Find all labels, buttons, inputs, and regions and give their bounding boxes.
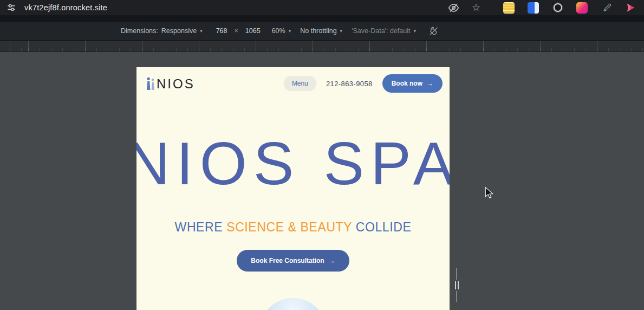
throttling-value: No throttling bbox=[300, 27, 336, 35]
chevron-down-icon: ▾ bbox=[200, 28, 203, 34]
viewport-height-input[interactable]: 1065 bbox=[243, 26, 263, 36]
visibility-off-icon[interactable] bbox=[447, 1, 460, 14]
extensions-area bbox=[503, 2, 636, 14]
tune-icon[interactable] bbox=[5, 2, 17, 14]
device-canvas: NIOS Menu 212-863-9058 Book now → NIOS S… bbox=[0, 52, 644, 310]
dimensions-value: Responsive bbox=[161, 27, 197, 35]
tagline-part-2: SCIENCE & BEAUTY bbox=[226, 220, 352, 234]
mouse-cursor bbox=[484, 187, 495, 199]
logo-figures-icon bbox=[145, 77, 156, 91]
logo-text: NIOS bbox=[157, 78, 195, 91]
device-toolbar: Dimensions: Responsive ▾ 768 × 1065 60% … bbox=[0, 22, 644, 41]
bookmark-star-icon[interactable]: ☆ bbox=[470, 1, 483, 14]
viewport-size-group: 768 × 1065 bbox=[214, 26, 263, 36]
zoom-value: 60% bbox=[272, 27, 285, 35]
header-actions: Menu 212-863-9058 Book now → bbox=[284, 74, 443, 93]
video-extension-icon[interactable] bbox=[625, 2, 636, 14]
chevron-down-icon: ▾ bbox=[340, 28, 343, 34]
sticky-note-extension-icon[interactable] bbox=[503, 2, 515, 14]
hero-title: NIOS SPA bbox=[136, 133, 450, 194]
site-header: NIOS Menu 212-863-9058 Book now → bbox=[136, 67, 450, 93]
zoom-dropdown[interactable]: 60% ▾ bbox=[272, 27, 291, 35]
cta-row: Book Free Consultation → bbox=[136, 250, 450, 272]
device-toolbar-controls: Dimensions: Responsive ▾ 768 × 1065 60% … bbox=[121, 26, 439, 36]
page-viewport: NIOS Menu 212-863-9058 Book now → NIOS S… bbox=[136, 67, 450, 310]
camera-lens-extension-icon[interactable] bbox=[552, 2, 563, 14]
save-data-dropdown[interactable]: 'Save-Data': default ▾ bbox=[352, 27, 416, 35]
menu-button[interactable]: Menu bbox=[284, 76, 316, 91]
viewport-resize-handle[interactable] bbox=[453, 268, 460, 302]
ruler bbox=[0, 41, 644, 52]
drag-grip-icon bbox=[454, 280, 459, 291]
spa-product-image bbox=[260, 298, 326, 310]
phone-link[interactable]: 212-863-9058 bbox=[326, 80, 373, 88]
book-now-button[interactable]: Book now → bbox=[382, 74, 443, 93]
cta-label: Book Free Consultation bbox=[251, 257, 324, 264]
arrow-right-icon: → bbox=[329, 257, 335, 264]
book-now-label: Book now bbox=[392, 80, 422, 87]
color-picker-extension-icon[interactable] bbox=[601, 2, 612, 14]
arrow-right-icon: → bbox=[427, 80, 433, 87]
throttling-dropdown[interactable]: No throttling ▾ bbox=[300, 27, 342, 35]
tagline-part-1: WHERE bbox=[175, 220, 227, 234]
save-data-value: 'Save-Data': default bbox=[352, 27, 410, 35]
address-bar: vk7t2ejf8f.onrocket.site ☆ bbox=[0, 0, 644, 15]
dimensions-label: Dimensions: bbox=[121, 27, 158, 35]
rotate-screen-icon[interactable] bbox=[428, 26, 439, 36]
gradient-extension-icon[interactable] bbox=[576, 2, 588, 14]
hero-tagline: WHERE SCIENCE & BEAUTY COLLIDE bbox=[136, 220, 450, 235]
site-logo[interactable]: NIOS bbox=[145, 77, 195, 91]
browser-window: vk7t2ejf8f.onrocket.site ☆ bbox=[0, 0, 644, 310]
dimensions-dropdown[interactable]: Dimensions: Responsive ▾ bbox=[121, 27, 203, 35]
chevron-down-icon: ▾ bbox=[289, 28, 291, 34]
book-free-consultation-button[interactable]: Book Free Consultation → bbox=[237, 250, 349, 272]
tagline-part-3: COLLIDE bbox=[352, 220, 412, 234]
blue-extension-icon[interactable] bbox=[528, 2, 539, 14]
url-text[interactable]: vk7t2ejf8f.onrocket.site bbox=[24, 3, 107, 12]
window-divider bbox=[0, 15, 644, 22]
viewport-width-input[interactable]: 768 bbox=[214, 26, 230, 36]
multiply-sign: × bbox=[235, 27, 238, 35]
chevron-down-icon: ▾ bbox=[413, 28, 416, 34]
hero-section: NIOS SPA bbox=[136, 133, 450, 194]
